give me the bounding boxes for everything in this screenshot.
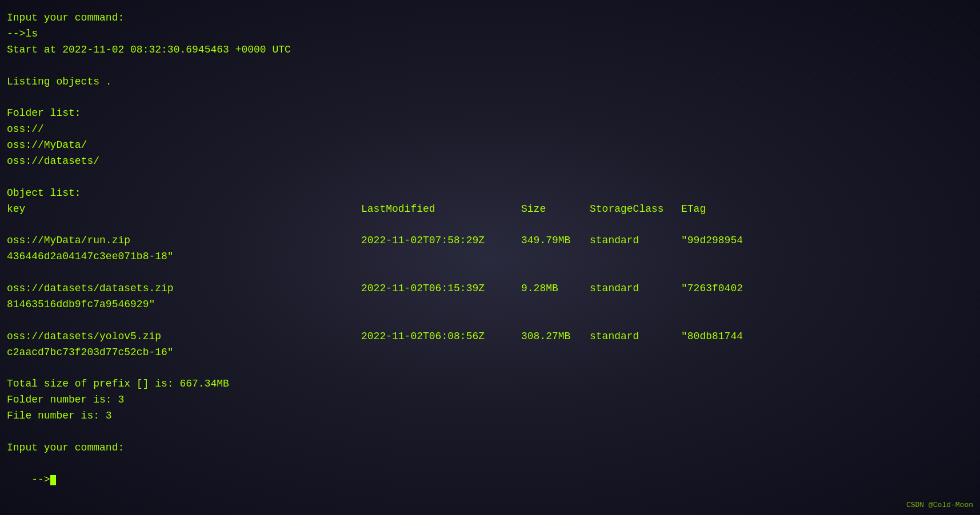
- obj3-storage: standard: [590, 329, 681, 345]
- obj1-storage: standard: [590, 233, 681, 249]
- prompt-label-1: Input your command:: [7, 10, 973, 26]
- listing-objects: Listing objects .: [7, 74, 973, 90]
- obj1-key-cont: 436446d2a04147c3ee071b8-18": [7, 249, 973, 265]
- cmd2-text: -->: [31, 474, 50, 485]
- col-header-key: key: [7, 202, 361, 218]
- command-1: -->ls: [7, 26, 973, 42]
- obj2-size: 9.28MB: [521, 281, 590, 297]
- blank-5: [7, 361, 973, 377]
- table-row: oss://MyData/run.zip 2022-11-02T07:58:29…: [7, 233, 973, 249]
- object-list-header: Object list:: [7, 186, 973, 202]
- table-row: oss://datasets/yolov5.zip 2022-11-02T06:…: [7, 329, 973, 345]
- watermark: CSDN @Cold-Moon: [906, 501, 973, 509]
- obj2-storage: standard: [590, 281, 681, 297]
- blank-6: [7, 424, 973, 440]
- terminal-window: Input your command: -->ls Start at 2022-…: [0, 0, 980, 515]
- obj1-size: 349.79MB: [521, 233, 590, 249]
- obj2-etag: "7263f0402: [681, 281, 743, 297]
- obj1-etag: "99d298954: [681, 233, 743, 249]
- col-header-modified: LastModified: [361, 202, 521, 218]
- prompt-label-2: Input your command:: [7, 440, 973, 456]
- blank-3: [7, 170, 973, 186]
- obj3-modified: 2022-11-02T06:08:56Z: [361, 329, 521, 345]
- obj3-size: 308.27MB: [521, 329, 590, 345]
- blank-2: [7, 90, 973, 106]
- folder-1: oss://: [7, 122, 973, 138]
- table-row: oss://datasets/datasets.zip 2022-11-02T0…: [7, 281, 973, 297]
- folder-number: Folder number is: 3: [7, 392, 973, 408]
- file-number: File number is: 3: [7, 408, 973, 424]
- obj2-modified: 2022-11-02T06:15:39Z: [361, 281, 521, 297]
- obj2-key-cont: 81463516ddb9fc7a9546929": [7, 297, 973, 313]
- cursor-blink: [50, 475, 56, 485]
- folder-3: oss://datasets/: [7, 154, 973, 170]
- blank-between-obj1-obj2: [7, 265, 973, 281]
- table-header-row: key LastModified Size StorageClass ETag: [7, 202, 973, 218]
- blank-1: [7, 58, 973, 74]
- command-2: -->: [7, 456, 973, 504]
- col-header-size: Size: [521, 202, 590, 218]
- total-size: Total size of prefix [] is: 667.34MB: [7, 376, 973, 392]
- obj3-etag: "80db81744: [681, 329, 743, 345]
- folder-2: oss://MyData/: [7, 138, 973, 154]
- blank-between-obj2-obj3: [7, 313, 973, 329]
- obj1-key: oss://MyData/run.zip: [7, 233, 361, 249]
- folder-list-header: Folder list:: [7, 106, 973, 122]
- obj3-key: oss://datasets/yolov5.zip: [7, 329, 361, 345]
- obj2-key: oss://datasets/datasets.zip: [7, 281, 361, 297]
- start-line: Start at 2022-11-02 08:32:30.6945463 +00…: [7, 42, 973, 58]
- obj1-modified: 2022-11-02T07:58:29Z: [361, 233, 521, 249]
- col-header-etag: ETag: [681, 202, 706, 218]
- col-header-storage: StorageClass: [590, 202, 681, 218]
- obj3-key-cont: c2aacd7bc73f203d77c52cb-16": [7, 345, 973, 361]
- blank-4: [7, 218, 973, 234]
